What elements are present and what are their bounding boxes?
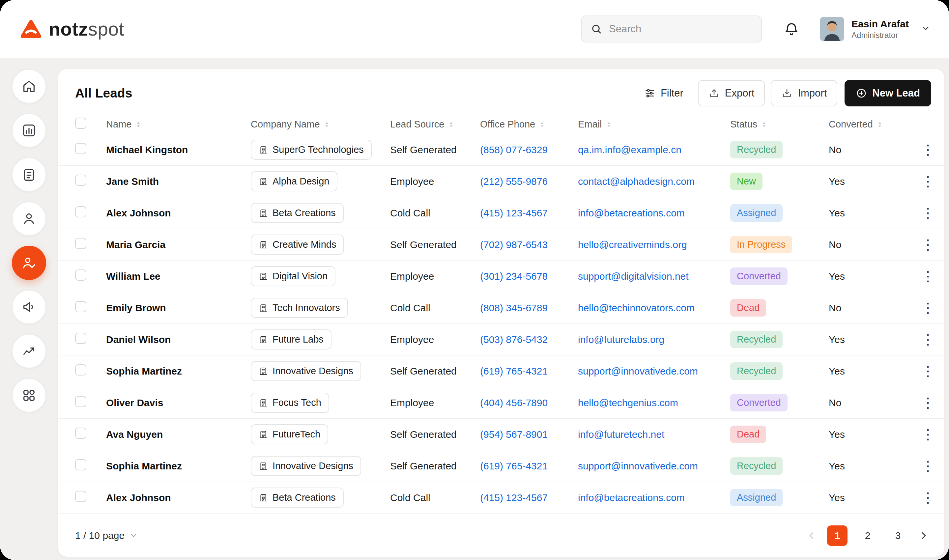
company-chip-label: Innovative Designs (273, 460, 353, 471)
row-actions-kebab-icon[interactable]: ⋮ (918, 458, 938, 474)
email-link[interactable]: info@futuretech.net (578, 429, 730, 440)
company-chip[interactable]: Creative Minds (251, 235, 344, 255)
user-menu[interactable]: Easin Arafat Administrator (820, 17, 931, 41)
page-size-select[interactable]: 1 / 10 page (75, 530, 138, 541)
export-button[interactable]: Export (698, 80, 765, 106)
row-checkbox[interactable] (75, 396, 86, 407)
office-phone-link[interactable]: (415) 123-4567 (480, 208, 578, 219)
row-checkbox[interactable] (75, 206, 86, 217)
column-header-email[interactable]: Email (578, 119, 730, 130)
import-button[interactable]: Import (771, 80, 837, 106)
brand-logo[interactable]: notzspot (20, 18, 124, 40)
email-link[interactable]: support@innovativede.com (578, 366, 730, 377)
top-bar: notzspot Easin Ar (0, 0, 949, 58)
select-all-checkbox[interactable] (75, 118, 86, 129)
row-checkbox[interactable] (75, 428, 86, 439)
sidebar-item-leads[interactable] (12, 246, 46, 280)
row-checkbox[interactable] (75, 333, 86, 344)
next-page-button[interactable] (918, 530, 929, 541)
prev-page-button[interactable] (806, 530, 817, 541)
company-chip[interactable]: Future Labs (251, 329, 331, 349)
export-icon (709, 88, 719, 99)
lead-name: Sophia Martinez (106, 366, 251, 377)
row-actions-kebab-icon[interactable]: ⋮ (918, 205, 938, 221)
email-link[interactable]: contact@alphadesign.com (578, 176, 730, 187)
row-checkbox[interactable] (75, 175, 86, 186)
office-phone-link[interactable]: (808) 345-6789 (480, 302, 578, 314)
new-lead-button[interactable]: New Lead (844, 80, 931, 106)
office-phone-link[interactable]: (619) 765-4321 (480, 366, 578, 377)
row-actions-kebab-icon[interactable]: ⋮ (918, 268, 938, 284)
office-phone-link[interactable]: (415) 123-4567 (480, 492, 578, 503)
row-actions-kebab-icon[interactable]: ⋮ (918, 490, 938, 505)
filter-button[interactable]: Filter (636, 80, 692, 106)
company-chip[interactable]: Innovative Designs (251, 361, 361, 381)
company-chip[interactable]: Tech Innovators (251, 298, 348, 318)
email-link[interactable]: hello@creativeminds.org (578, 239, 730, 250)
row-actions-kebab-icon[interactable]: ⋮ (918, 237, 938, 252)
sidebar-item-tasks[interactable] (12, 157, 46, 192)
column-header-source[interactable]: Lead Source (390, 119, 480, 130)
company-chip[interactable]: SuperG Technologies (251, 140, 372, 160)
company-chip-label: Focus Tech (273, 397, 321, 408)
column-header-status[interactable]: Status (730, 119, 829, 130)
page-button-2[interactable]: 2 (857, 525, 878, 546)
row-checkbox[interactable] (75, 143, 86, 154)
row-checkbox[interactable] (75, 364, 86, 375)
row-actions-kebab-icon[interactable]: ⋮ (918, 395, 938, 411)
plus-circle-icon (856, 88, 867, 99)
search-icon (590, 23, 602, 35)
office-phone-link[interactable]: (301) 234-5678 (480, 271, 578, 282)
row-actions-kebab-icon[interactable]: ⋮ (918, 363, 938, 379)
company-chip[interactable]: FutureTech (251, 424, 328, 445)
company-chip[interactable]: Alpha Design (251, 171, 337, 191)
office-phone-link[interactable]: (404) 456-7890 (480, 397, 578, 408)
email-link[interactable]: info@betacreations.com (578, 492, 730, 503)
global-search[interactable] (581, 15, 762, 43)
row-actions-kebab-icon[interactable]: ⋮ (918, 300, 938, 315)
row-actions-kebab-icon[interactable]: ⋮ (918, 426, 938, 442)
office-phone-link[interactable]: (702) 987-6543 (480, 239, 578, 250)
row-actions-kebab-icon[interactable]: ⋮ (918, 142, 938, 157)
email-link[interactable]: info@futurelabs.org (578, 334, 730, 345)
email-link[interactable]: support@digitalvision.net (578, 271, 730, 282)
sidebar-item-analytics[interactable] (12, 334, 46, 368)
page-button-3[interactable]: 3 (888, 525, 908, 546)
row-checkbox[interactable] (75, 238, 86, 249)
company-chip[interactable]: Beta Creations (251, 488, 344, 508)
office-phone-link[interactable]: (858) 077-6329 (480, 144, 578, 155)
email-link[interactable]: qa.im.info@example.cn (578, 144, 730, 155)
row-checkbox[interactable] (75, 301, 86, 312)
column-header-name[interactable]: Name (106, 119, 251, 130)
row-checkbox[interactable] (75, 491, 86, 502)
converted-value: Yes (829, 176, 918, 187)
sidebar-item-contacts[interactable] (12, 202, 46, 236)
sidebar-item-campaigns[interactable] (12, 290, 46, 324)
office-phone-link[interactable]: (619) 765-4321 (480, 460, 578, 472)
sidebar-item-dashboard[interactable] (12, 113, 46, 148)
notifications-button[interactable] (784, 21, 800, 37)
email-link[interactable]: info@betacreations.com (578, 208, 730, 219)
office-phone-link[interactable]: (503) 876-5432 (480, 334, 578, 345)
row-checkbox[interactable] (75, 269, 86, 281)
page-button-1[interactable]: 1 (827, 525, 847, 546)
sidebar-item-home[interactable] (12, 69, 46, 103)
company-chip[interactable]: Digital Vision (251, 266, 336, 286)
email-link[interactable]: support@innovativede.com (578, 460, 730, 472)
row-checkbox[interactable] (75, 459, 86, 471)
sidebar-item-apps[interactable] (12, 378, 46, 412)
search-input[interactable] (609, 23, 753, 35)
column-header-phone[interactable]: Office Phone (480, 119, 578, 130)
office-phone-link[interactable]: (954) 567-8901 (480, 429, 578, 440)
column-header-converted[interactable]: Converted (829, 119, 918, 130)
email-link[interactable]: hello@techgenius.com (578, 397, 730, 408)
company-chip[interactable]: Focus Tech (251, 393, 329, 413)
status-badge: Recycled (730, 362, 783, 380)
row-actions-kebab-icon[interactable]: ⋮ (918, 332, 938, 347)
row-actions-kebab-icon[interactable]: ⋮ (918, 174, 938, 189)
office-phone-link[interactable]: (212) 555-9876 (480, 176, 578, 187)
company-chip[interactable]: Beta Creations (251, 203, 344, 223)
company-chip[interactable]: Innovative Designs (251, 456, 361, 476)
email-link[interactable]: hello@techinnovators.com (578, 302, 730, 314)
column-header-company[interactable]: Company Name (251, 119, 390, 130)
